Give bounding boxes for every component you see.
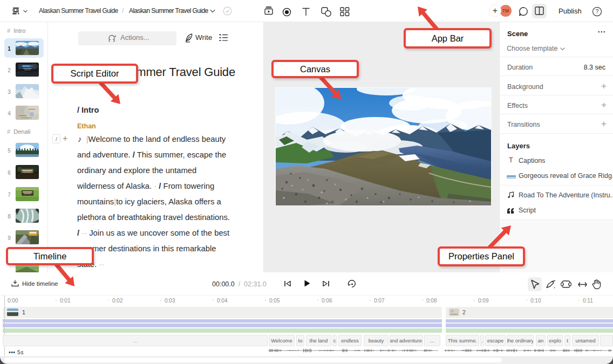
svg-text:?: ? <box>595 8 598 15</box>
